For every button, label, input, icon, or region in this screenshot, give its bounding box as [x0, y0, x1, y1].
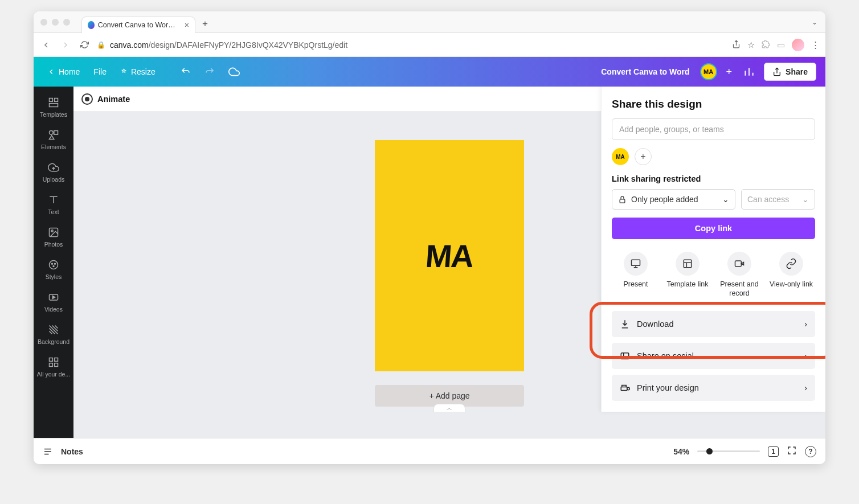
- reader-icon[interactable]: ▭: [777, 40, 785, 50]
- zoom-value[interactable]: 54%: [673, 447, 689, 456]
- fullscreen-icon[interactable]: [787, 445, 797, 457]
- link-icon: [779, 252, 803, 276]
- browser-tab[interactable]: Convert Canva to Word - Flyer ×: [81, 17, 195, 33]
- people-row: MA +: [612, 148, 815, 165]
- collapse-footer-tab[interactable]: ︿: [433, 404, 465, 412]
- close-tab-icon[interactable]: ×: [185, 21, 189, 30]
- user-avatar-badge[interactable]: MA: [700, 63, 717, 80]
- minimize-window-dot[interactable]: [52, 19, 59, 26]
- url-path: /design/DAFAIeFNyPY/2HJG8IvQX42VYBKpQrst…: [149, 40, 347, 50]
- chevron-down-icon: ⌄: [722, 195, 729, 204]
- record-icon: [727, 252, 751, 276]
- home-label: Home: [59, 67, 80, 76]
- owner-avatar[interactable]: MA: [612, 148, 629, 165]
- present-icon: [624, 252, 648, 276]
- redo-button[interactable]: [200, 63, 219, 80]
- social-icon: [620, 351, 630, 361]
- share-social-item[interactable]: Share on social ›: [612, 343, 815, 369]
- home-button[interactable]: Home: [43, 64, 84, 80]
- close-window-dot[interactable]: [40, 19, 47, 26]
- print-icon: [620, 383, 630, 393]
- svg-rect-0: [50, 99, 53, 102]
- notes-button[interactable]: Notes: [61, 447, 83, 456]
- design-text[interactable]: MA: [424, 237, 475, 274]
- svg-rect-14: [50, 363, 53, 367]
- extensions-icon[interactable]: [762, 40, 770, 50]
- add-collaborator-icon[interactable]: +: [726, 66, 733, 78]
- svg-rect-1: [55, 99, 58, 102]
- videos-tab[interactable]: Videos: [34, 286, 73, 318]
- present-record-action[interactable]: Present and record: [715, 252, 763, 298]
- document-title[interactable]: Convert Canva to Word: [601, 67, 689, 76]
- zoom-slider[interactable]: [697, 450, 760, 452]
- chevron-down-icon: ⌄: [802, 195, 809, 204]
- forward-icon: [59, 38, 72, 52]
- elements-tab[interactable]: Elements: [34, 124, 73, 156]
- print-design-item[interactable]: Print your design ›: [612, 375, 815, 401]
- share-actions-row: Present Template link Present and record…: [612, 252, 815, 298]
- all-designs-tab[interactable]: All your de...: [34, 351, 73, 383]
- svg-point-9: [55, 263, 56, 264]
- background-tab[interactable]: Background: [34, 318, 73, 351]
- window-controls: [40, 19, 70, 26]
- download-item[interactable]: Download ›: [612, 311, 815, 337]
- svg-rect-13: [55, 358, 58, 362]
- chevron-right-icon: ›: [804, 351, 807, 360]
- url-field[interactable]: 🔒 canva.com/design/DAFAIeFNyPY/2HJG8IvQX…: [97, 40, 726, 50]
- svg-rect-4: [54, 131, 58, 135]
- svg-rect-20: [684, 260, 691, 267]
- bookmark-icon[interactable]: ☆: [747, 40, 755, 50]
- browser-actions: ☆ ▭ ⋮: [732, 39, 820, 51]
- design-page[interactable]: MA: [375, 140, 524, 371]
- template-link-action[interactable]: Template link: [664, 252, 711, 298]
- page-grid-icon[interactable]: 1: [768, 446, 779, 457]
- templates-tab[interactable]: Templates: [34, 91, 73, 124]
- present-action[interactable]: Present: [612, 252, 660, 298]
- footer-bar: Notes 54% 1 ?: [34, 438, 825, 464]
- profile-avatar-icon[interactable]: [792, 39, 804, 51]
- styles-tab[interactable]: Styles: [34, 253, 73, 286]
- link-access-select[interactable]: Only people added ⌄: [612, 189, 735, 210]
- file-menu[interactable]: File: [89, 64, 111, 80]
- main-area: Templates Elements Uploads Text Photos S…: [34, 87, 825, 438]
- permission-select[interactable]: Can access ⌄: [741, 189, 815, 210]
- back-icon[interactable]: [39, 38, 53, 52]
- zoom-thumb[interactable]: [706, 448, 713, 454]
- file-label: File: [93, 67, 107, 76]
- kebab-menu-icon[interactable]: ⋮: [811, 40, 820, 50]
- svg-rect-21: [735, 261, 742, 267]
- add-person-button[interactable]: +: [635, 148, 652, 165]
- add-people-input[interactable]: [612, 118, 815, 140]
- uploads-tab[interactable]: Uploads: [34, 156, 73, 189]
- animate-label[interactable]: Animate: [97, 95, 130, 104]
- share-button[interactable]: Share: [764, 63, 816, 81]
- share-label: Share: [786, 67, 808, 76]
- insights-button[interactable]: [739, 63, 759, 81]
- text-tab[interactable]: Text: [34, 189, 73, 221]
- new-tab-button[interactable]: +: [202, 18, 208, 30]
- view-only-action[interactable]: View-only link: [767, 252, 815, 298]
- help-icon[interactable]: ?: [805, 446, 816, 457]
- undo-button[interactable]: [176, 63, 195, 80]
- template-link-icon: [676, 252, 700, 276]
- reload-icon[interactable]: [78, 38, 91, 51]
- tab-title: Convert Canva to Word - Flyer: [98, 21, 179, 29]
- resize-label: Resize: [131, 67, 156, 76]
- share-panel: Share this design MA + Link sharing rest…: [601, 87, 825, 412]
- svg-point-8: [52, 263, 53, 264]
- tab-list-chevron-icon[interactable]: ⌄: [812, 18, 817, 26]
- url-host: canva.com: [110, 40, 149, 50]
- svg-point-7: [50, 261, 58, 269]
- lock-icon: 🔒: [97, 41, 105, 49]
- photos-tab[interactable]: Photos: [34, 221, 73, 253]
- cloud-save-icon[interactable]: [224, 63, 244, 81]
- chevron-right-icon: ›: [804, 383, 807, 392]
- share-page-icon[interactable]: [732, 40, 741, 50]
- maximize-window-dot[interactable]: [63, 19, 70, 26]
- link-sharing-label: Link sharing restricted: [612, 174, 815, 183]
- browser-titlebar: Convert Canva to Word - Flyer × + ⌄: [34, 11, 825, 33]
- app-header: Home File Resize Convert Canva to Word M…: [34, 57, 825, 87]
- copy-link-button[interactable]: Copy link: [612, 218, 815, 239]
- resize-button[interactable]: Resize: [116, 64, 160, 80]
- svg-rect-23: [621, 387, 627, 390]
